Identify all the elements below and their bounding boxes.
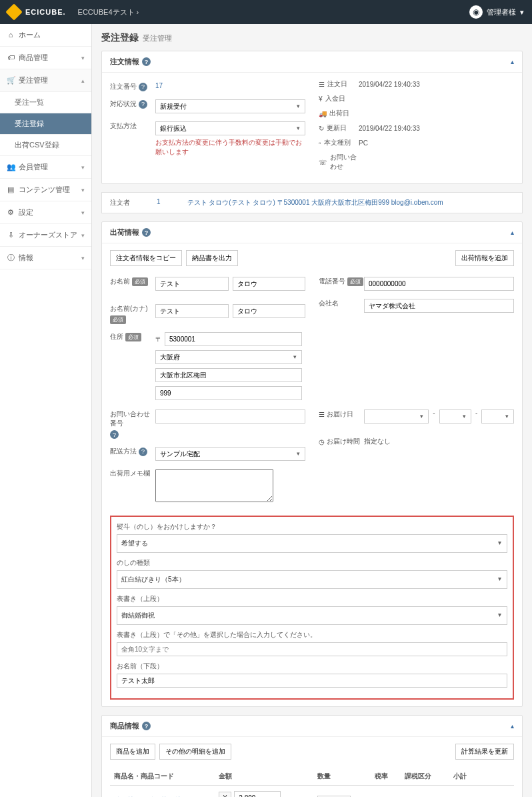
help-icon[interactable]: ? — [139, 448, 147, 456]
payment-select[interactable]: 銀行振込 — [155, 121, 305, 135]
refresh-icon: ↻ — [319, 125, 324, 132]
memo-textarea[interactable] — [155, 469, 273, 502]
date-y-select[interactable] — [364, 410, 429, 424]
nav-owners[interactable]: ⇩オーナーズストア▾ — [0, 224, 91, 247]
nav-members[interactable]: 👥会員管理▾ — [0, 156, 91, 179]
name2-input[interactable] — [233, 277, 306, 291]
zip-input[interactable] — [165, 332, 302, 346]
nav-info[interactable]: ⓘ情報▾ — [0, 247, 91, 269]
recalc-button[interactable]: 計算結果を更新 — [455, 744, 514, 760]
upper-select[interactable]: 御結婚御祝 — [117, 606, 507, 625]
brand[interactable]: ECICUBE. — [8, 6, 66, 18]
tel-input[interactable] — [364, 277, 514, 291]
addr2-input[interactable] — [155, 386, 302, 400]
breadcrumb[interactable]: ECCUBE4テスト › — [78, 7, 139, 17]
chevron-down-icon: ▾ — [81, 55, 85, 61]
help-icon[interactable]: ? — [139, 100, 147, 109]
collapse-icon[interactable]: ▴ — [511, 229, 514, 236]
order-info-panel: 注文情報?▴ 注文番号?17 対応状況?新規受付 支払方法銀行振込お支払方法の変… — [101, 51, 523, 184]
chevron-down-icon: ▾ — [81, 209, 85, 216]
deliv-method-select[interactable]: サンプル宅配 — [155, 447, 305, 461]
device-icon: ▫ — [319, 139, 321, 147]
nav-contents[interactable]: ▤コンテンツ管理▾ — [0, 179, 91, 201]
cube-icon — [5, 3, 22, 20]
company-input[interactable] — [364, 299, 514, 313]
chevron-down-icon: ▾ — [520, 8, 524, 17]
collapse-icon[interactable]: ▴ — [511, 58, 514, 65]
addr1-input[interactable] — [155, 368, 302, 382]
user-name: 管理者様 — [487, 7, 516, 17]
chevron-up-icon: ▴ — [81, 77, 85, 84]
noshi-type-select[interactable]: 紅白結びきり（5本） — [117, 570, 507, 589]
calendar-icon: ☰ — [319, 411, 325, 418]
chevron-down-icon: ▾ — [81, 164, 85, 171]
date-m-select[interactable] — [439, 410, 472, 424]
help-icon[interactable]: ? — [142, 57, 151, 66]
chevron-down-icon: ▾ — [81, 232, 85, 239]
upper-other-input[interactable] — [117, 642, 507, 656]
shipping-panel: 出荷情報?▴ 注文者情報をコピー 納品書を出力 出荷情報を追加 お名前必須 お名… — [101, 221, 523, 707]
nav-order-list[interactable]: 受注一覧 — [0, 92, 91, 113]
chat-icon: ☏ — [319, 159, 327, 166]
info-icon: ⓘ — [7, 253, 15, 263]
print-slip-button[interactable]: 納品書を出力 — [186, 250, 238, 266]
pref-select[interactable]: 大阪府 — [155, 350, 302, 364]
table-row: チェリーアイスサンドsand-01¥(税込)8%課税¥ 3,024✕ — [110, 786, 514, 798]
tracking-input[interactable] — [155, 410, 305, 424]
copy-orderer-button[interactable]: 注文者情報をコピー — [110, 250, 182, 266]
lower-input[interactable] — [117, 674, 507, 688]
amount-input[interactable] — [234, 791, 281, 797]
panel-title: 注文情報 — [110, 57, 139, 67]
add-other-button[interactable]: その他の明細を追加 — [159, 744, 231, 760]
help-icon[interactable]: ? — [110, 430, 119, 439]
truck-icon: 🚚 — [319, 110, 327, 117]
product-name[interactable]: チェリーアイスサンド — [114, 795, 211, 798]
gear-icon: ⚙ — [7, 208, 15, 217]
add-shipping-button[interactable]: 出荷情報を追加 — [455, 250, 514, 266]
money-icon: ¥ — [319, 95, 323, 103]
product-table: 商品名・商品コード 金額 数量 税率 課税区分 小計 チェリーアイスサンドsan… — [110, 768, 514, 797]
user-menu[interactable]: ◉ 管理者様 ▾ — [469, 5, 524, 19]
orderer-detail[interactable]: テスト タロウ(テスト タロウ) 〒5300001 大阪府大阪市北区梅田999 … — [187, 198, 443, 207]
order-no[interactable]: 17 — [155, 79, 305, 89]
calendar-icon: ☰ — [319, 81, 325, 88]
currency-label: ¥ — [219, 792, 232, 797]
status-select[interactable]: 新規受付 — [155, 99, 305, 113]
chevron-down-icon: ▾ — [81, 187, 85, 193]
nav-order-reg[interactable]: 受注登録 — [0, 113, 91, 135]
main: 受注登録受注管理 注文情報?▴ 注文番号?17 対応状況?新規受付 支払方法銀行… — [92, 24, 532, 797]
nav-products[interactable]: 🏷商品管理▾ — [0, 47, 91, 69]
cart-icon: 🛒 — [7, 76, 15, 85]
sidebar: ⌂ホーム 🏷商品管理▾ 🛒受注管理▴ 受注一覧 受注登録 出荷CSV登録 👥会員… — [0, 24, 92, 797]
add-product-button[interactable]: 商品を追加 — [110, 744, 155, 760]
name1-input[interactable] — [155, 277, 229, 291]
chevron-right-icon: › — [137, 8, 139, 16]
help-icon[interactable]: ? — [139, 83, 147, 91]
collapse-icon[interactable]: ▴ — [511, 722, 514, 730]
nav-home[interactable]: ⌂ホーム — [0, 24, 91, 47]
orderer-id[interactable]: 1 — [157, 198, 161, 207]
kana2-input[interactable] — [233, 304, 306, 318]
page-title: 受注登録受注管理 — [101, 32, 523, 44]
nav-orders[interactable]: 🛒受注管理▴ — [0, 69, 91, 92]
home-icon: ⌂ — [7, 31, 15, 39]
chevron-down-icon: ▾ — [81, 255, 85, 261]
help-icon[interactable]: ? — [142, 228, 151, 237]
subtotal: ¥ 3,024 — [449, 786, 492, 798]
tax-type: 課税 — [401, 786, 449, 798]
tax-rate: 8% — [371, 786, 401, 798]
avatar-icon: ◉ — [469, 5, 483, 19]
date-d-select[interactable] — [481, 410, 514, 424]
product-panel: 商品情報?▴ 商品を追加 その他の明細を追加 計算結果を更新 商品名・商品コード… — [101, 715, 523, 797]
topbar: ECICUBE. ECCUBE4テスト › ◉ 管理者様 ▾ — [0, 0, 532, 24]
clock-icon: ◷ — [319, 438, 325, 446]
nav-settings[interactable]: ⚙設定▾ — [0, 201, 91, 224]
kana1-input[interactable] — [155, 304, 229, 318]
tag-icon: 🏷 — [7, 53, 15, 61]
help-icon[interactable]: ? — [142, 722, 151, 730]
pay-warning: お支払方法の変更に伴う手数料の変更は手動でお願いします — [155, 138, 305, 157]
nav-csv[interactable]: 出荷CSV登録 — [0, 135, 91, 156]
noshi-req-select[interactable]: 希望する — [117, 534, 507, 553]
delete-button[interactable]: ✕ — [491, 786, 514, 798]
users-icon: 👥 — [7, 163, 15, 171]
